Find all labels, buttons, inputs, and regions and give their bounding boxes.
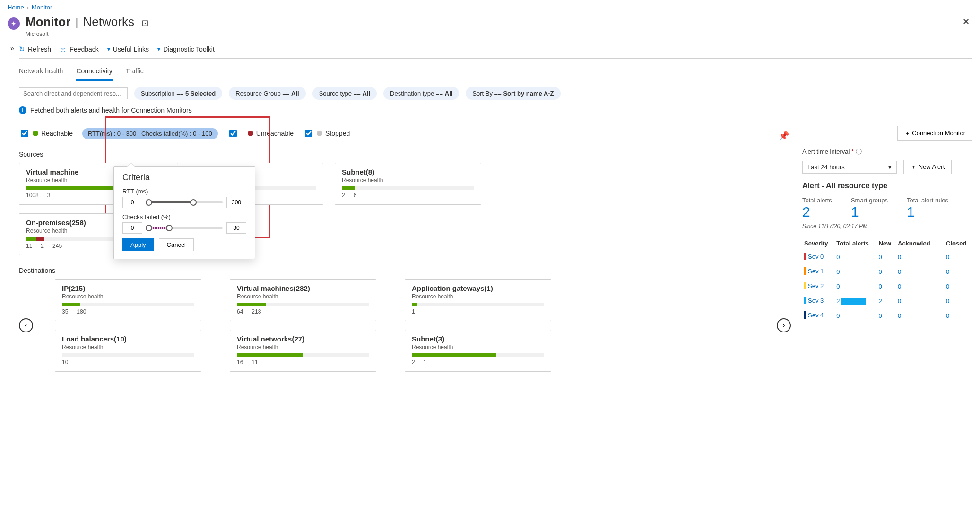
resource-card[interactable]: Load balancers(10)Resource health10 bbox=[55, 330, 201, 372]
rtt-max-input[interactable] bbox=[226, 197, 246, 208]
filter-destination-type[interactable]: Destination type == All bbox=[383, 87, 459, 100]
table-header: Severity bbox=[802, 237, 834, 250]
ack-cell[interactable]: 0 bbox=[896, 264, 944, 279]
table-row[interactable]: Sev 20000 bbox=[802, 279, 972, 294]
total-cell[interactable]: 0 bbox=[834, 308, 876, 323]
add-connection-monitor-button[interactable]: ＋ Connection Monitor bbox=[897, 126, 972, 141]
info-icon: i bbox=[19, 106, 26, 114]
resource-card[interactable]: Virtual machines(282)Resource health6421… bbox=[230, 279, 376, 321]
card-counts: 1611 bbox=[237, 359, 369, 366]
rtt-checkbox[interactable] bbox=[229, 130, 237, 137]
expand-sidebar-icon[interactable]: » bbox=[8, 44, 17, 52]
total-cell[interactable]: 0 bbox=[834, 264, 876, 279]
tab-bar: Network health Connectivity Traffic bbox=[19, 59, 972, 81]
feedback-button[interactable]: ☺Feedback bbox=[60, 45, 99, 53]
checks-failed-label: Checks failed (%) bbox=[122, 213, 171, 220]
closed-cell[interactable]: 0 bbox=[944, 279, 972, 294]
alert-interval-label: Alert time interval * ⓘ bbox=[802, 148, 862, 156]
pin-icon[interactable]: ⚀ bbox=[139, 17, 151, 30]
table-row[interactable]: Sev 00000 bbox=[802, 250, 972, 264]
severity-cell[interactable]: Sev 1 bbox=[802, 264, 834, 279]
total-cell[interactable]: 2 bbox=[834, 294, 876, 308]
resource-card[interactable]: IP(215)Resource health35180 bbox=[55, 279, 201, 321]
ack-cell[interactable]: 0 bbox=[896, 294, 944, 308]
criteria-popup: Criteria RTT (ms) Checks failed (%) bbox=[113, 166, 255, 259]
table-row[interactable]: Sev 32 200 bbox=[802, 294, 972, 308]
unreachable-label: Unreachable bbox=[256, 130, 294, 137]
cancel-button[interactable]: Cancel bbox=[159, 238, 194, 251]
search-input[interactable] bbox=[19, 88, 128, 99]
breadcrumb-current[interactable]: Monitor bbox=[32, 4, 52, 11]
ack-cell[interactable]: 0 bbox=[896, 250, 944, 264]
filter-resource-group[interactable]: Resource Group == All bbox=[229, 87, 305, 100]
closed-cell[interactable]: 0 bbox=[944, 308, 972, 323]
ack-cell[interactable]: 0 bbox=[896, 308, 944, 323]
total-alerts-value[interactable]: 2 bbox=[802, 204, 832, 220]
card-title: Virtual networks(27) bbox=[237, 335, 369, 343]
reachable-checkbox[interactable] bbox=[21, 130, 28, 137]
tab-connectivity[interactable]: Connectivity bbox=[76, 64, 112, 81]
tab-network-health[interactable]: Network health bbox=[19, 64, 63, 81]
card-title: Virtual machines(282) bbox=[237, 284, 369, 292]
resource-card[interactable]: Subnet(8)Resource health26 bbox=[335, 163, 481, 205]
severity-cell[interactable]: Sev 3 bbox=[802, 294, 834, 308]
severity-cell[interactable]: Sev 4 bbox=[802, 308, 834, 323]
carousel-prev-button[interactable]: ‹ bbox=[19, 318, 33, 332]
table-header: Total alerts bbox=[834, 237, 876, 250]
smart-groups-value[interactable]: 1 bbox=[851, 204, 888, 220]
total-cell[interactable]: 0 bbox=[834, 279, 876, 294]
card-subtitle: Resource health bbox=[412, 293, 544, 300]
filter-source-type[interactable]: Source type == All bbox=[312, 87, 377, 100]
resource-card[interactable]: Application gateways(1)Resource health1 bbox=[405, 279, 551, 321]
close-icon[interactable]: ✕ bbox=[960, 15, 972, 29]
filter-subscription[interactable]: Subscription == 5 Selected bbox=[134, 87, 222, 100]
new-cell[interactable]: 0 bbox=[876, 308, 896, 323]
pin-dashboard-icon[interactable]: 📌 bbox=[776, 129, 792, 143]
chevron-down-icon: ▾ bbox=[107, 46, 110, 52]
refresh-button[interactable]: ↻Refresh bbox=[19, 45, 51, 53]
ack-cell[interactable]: 0 bbox=[896, 279, 944, 294]
checks-max-input[interactable] bbox=[226, 222, 246, 234]
card-title: IP(215) bbox=[62, 284, 194, 292]
new-cell[interactable]: 2 bbox=[876, 294, 896, 308]
tab-traffic[interactable]: Traffic bbox=[126, 64, 144, 81]
stopped-checkbox[interactable] bbox=[305, 130, 312, 137]
resource-card[interactable]: Subnet(3)Resource health21 bbox=[405, 330, 551, 372]
alert-rules-value[interactable]: 1 bbox=[907, 204, 948, 220]
table-row[interactable]: Sev 40000 bbox=[802, 308, 972, 323]
closed-cell[interactable]: 0 bbox=[944, 264, 972, 279]
new-cell[interactable]: 0 bbox=[876, 264, 896, 279]
new-alert-button[interactable]: ＋ New Alert bbox=[903, 160, 952, 174]
rtt-criteria-pill[interactable]: RTT(ms) : 0 - 300 , Checks failed(%) : 0… bbox=[82, 128, 218, 139]
new-cell[interactable]: 0 bbox=[876, 250, 896, 264]
org-label: Microsoft bbox=[26, 31, 960, 37]
carousel-next-button[interactable]: › bbox=[777, 318, 791, 332]
diagnostic-toolkit-dropdown[interactable]: ▾Diagnostic Toolkit bbox=[157, 45, 215, 53]
rtt-min-input[interactable] bbox=[122, 197, 142, 208]
checks-min-input[interactable] bbox=[122, 222, 142, 234]
sources-heading: Sources bbox=[19, 150, 791, 158]
total-cell[interactable]: 0 bbox=[834, 250, 876, 264]
table-row[interactable]: Sev 10000 bbox=[802, 264, 972, 279]
health-bar bbox=[412, 303, 544, 306]
closed-cell[interactable]: 0 bbox=[944, 250, 972, 264]
page-subtitle: Networks bbox=[83, 15, 134, 29]
rtt-slider[interactable] bbox=[146, 201, 223, 203]
closed-cell[interactable]: 0 bbox=[944, 294, 972, 308]
page-title: Monitor bbox=[26, 15, 70, 29]
chevron-down-icon: ▾ bbox=[157, 46, 160, 52]
filter-sort-by[interactable]: Sort By == Sort by name A-Z bbox=[466, 87, 560, 100]
insights-icon: ✦ bbox=[8, 18, 20, 30]
total-alerts-label: Total alerts bbox=[802, 197, 832, 204]
severity-cell[interactable]: Sev 0 bbox=[802, 250, 834, 264]
resource-card[interactable]: Virtual networks(27)Resource health1611 bbox=[230, 330, 376, 372]
smart-groups-label: Smart groups bbox=[851, 197, 888, 204]
severity-cell[interactable]: Sev 2 bbox=[802, 279, 834, 294]
breadcrumb-home[interactable]: Home bbox=[8, 4, 24, 11]
new-cell[interactable]: 0 bbox=[876, 279, 896, 294]
alert-interval-dropdown[interactable]: Last 24 hours ▾ bbox=[802, 161, 897, 174]
useful-links-dropdown[interactable]: ▾Useful Links bbox=[107, 45, 149, 53]
checks-slider[interactable] bbox=[146, 227, 223, 229]
card-counts: 10 bbox=[62, 359, 194, 366]
apply-button[interactable]: Apply bbox=[122, 238, 154, 251]
